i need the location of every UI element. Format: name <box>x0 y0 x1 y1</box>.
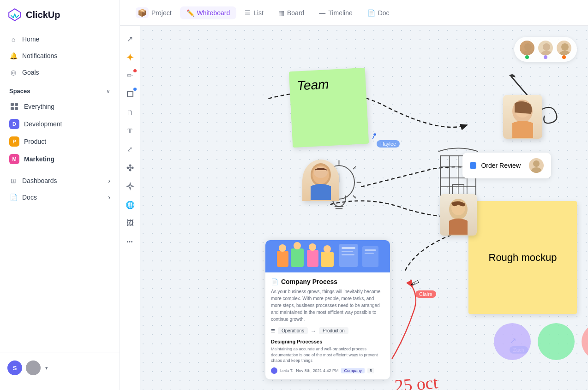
docs-label: Docs <box>22 194 37 201</box>
tool-sticky[interactable]: 🗒 <box>123 105 138 120</box>
doc-card[interactable]: 📄 Company Process As your business grows… <box>265 240 390 379</box>
whiteboard-tab-label: Whiteboard <box>197 9 230 17</box>
svg-rect-56 <box>342 251 353 252</box>
spaces-nav: Everything D Development P Product M Mar… <box>0 98 120 167</box>
product-badge: P <box>9 136 19 147</box>
doc-tab-label: Doc <box>378 9 390 17</box>
tool-text[interactable]: T <box>123 124 138 138</box>
tool-globe[interactable]: 🌐 <box>123 197 138 212</box>
doc-author: Leila T. <box>280 368 293 373</box>
order-review-card[interactable]: Order Review <box>462 153 551 178</box>
docs-icon: 📄 <box>9 193 18 201</box>
photo-claire <box>440 194 477 236</box>
order-dot <box>470 162 476 169</box>
cursor-claire: Claire <box>415 290 436 298</box>
avatar-3 <box>556 40 572 59</box>
dashboards-icon: ⊞ <box>9 177 18 185</box>
doc-card-title: 📄 Company Process <box>271 278 384 285</box>
svg-point-47 <box>279 244 286 252</box>
tab-project[interactable]: 📦 Project <box>129 5 178 21</box>
svg-rect-55 <box>342 247 355 249</box>
author-dot <box>271 367 277 374</box>
sidebar-item-docs[interactable]: 📄 Docs › <box>4 189 116 205</box>
goals-icon: ◎ <box>9 68 18 77</box>
doc-card-body: 📄 Company Process As your business grows… <box>265 272 390 379</box>
clickup-logo-icon <box>7 7 22 22</box>
svg-rect-48 <box>291 248 304 267</box>
sidebar-item-marketing[interactable]: M Marketing <box>4 151 116 167</box>
sidebar-label-notifications: Notifications <box>22 52 57 59</box>
tab-board[interactable]: ▦ Board <box>272 6 311 19</box>
tool-shape[interactable] <box>123 87 138 101</box>
doc-card-section: Designing Processes <box>271 339 384 344</box>
svg-point-53 <box>324 245 331 253</box>
tab-whiteboard[interactable]: ✏️ Whiteboard <box>180 6 237 19</box>
sticky-team-text: Team <box>297 77 330 93</box>
avatar-1 <box>519 40 535 59</box>
whiteboard-canvas[interactable]: ↗ ✏ 🗒 T ⤢ <box>120 26 588 390</box>
sidebar-item-dashboards[interactable]: ⊞ Dashboards › <box>4 173 116 189</box>
svg-rect-4 <box>15 107 18 110</box>
sidebar-user: S ▾ <box>0 353 120 383</box>
doc-icon: 📄 <box>367 9 375 17</box>
doc-card-header <box>265 240 390 272</box>
order-card-text: Order Review <box>481 162 521 169</box>
sidebar-item-everything[interactable]: Everything <box>4 98 116 115</box>
avatar-dot-1 <box>525 55 529 59</box>
svg-rect-2 <box>15 103 18 106</box>
sticky-rough-text: Rough mockup <box>489 252 557 264</box>
product-label: Product <box>24 138 46 145</box>
tool-connect[interactable] <box>123 160 138 175</box>
tool-pen[interactable]: ✏ <box>123 68 138 83</box>
tool-magic[interactable] <box>123 50 138 65</box>
svg-rect-57 <box>342 254 354 255</box>
sidebar-item-goals[interactable]: ◎ Goals <box>4 65 116 80</box>
topbar: 📦 Project ✏️ Whiteboard ☰ List ▦ Board —… <box>120 0 588 26</box>
chevron-down-icon[interactable]: ∨ <box>106 88 110 95</box>
timeline-tab-label: Timeline <box>328 9 352 17</box>
svg-point-37 <box>531 167 541 173</box>
tool-select[interactable]: ↗ <box>123 31 138 46</box>
development-badge: D <box>9 119 19 129</box>
main-area: 📦 Project ✏️ Whiteboard ☰ List ▦ Board —… <box>120 0 588 390</box>
everything-icon <box>9 101 19 112</box>
board-tab-label: Board <box>287 9 304 17</box>
sidebar-item-notifications[interactable]: 🔔 Notifications <box>4 48 116 64</box>
doc-badge: Company <box>341 368 365 373</box>
project-tab-label: Project <box>151 9 172 17</box>
svg-rect-3 <box>11 107 14 110</box>
marketing-label: Marketing <box>24 155 54 163</box>
tab-timeline[interactable]: — Timeline <box>312 6 359 19</box>
avatar-2 <box>537 40 554 59</box>
sticky-rough-mockup[interactable]: Rough mockup <box>468 201 577 314</box>
tool-more[interactable]: ••• <box>123 234 138 249</box>
circle-purple <box>494 323 531 360</box>
svg-point-51 <box>309 243 316 251</box>
user-avatar-2 <box>26 360 41 375</box>
sidebar-extra-nav: ⊞ Dashboards › 📄 Docs › <box>0 173 120 205</box>
tab-doc[interactable]: 📄 Doc <box>361 6 396 19</box>
tool-sparkle[interactable] <box>123 179 138 194</box>
tool-arrow[interactable]: ⤢ <box>123 142 138 157</box>
flow-from: Operations <box>278 327 308 334</box>
bell-icon: 🔔 <box>9 52 18 60</box>
avatars-row <box>514 37 577 62</box>
user-avatar: S <box>7 360 22 375</box>
sidebar-item-home[interactable]: ⌂ Home <box>4 31 116 47</box>
sidebar-item-product[interactable]: P Product <box>4 133 116 150</box>
svg-point-6 <box>131 167 133 169</box>
photo-man <box>302 160 339 201</box>
sticky-team[interactable]: Team <box>289 68 369 148</box>
avatar-dot-3 <box>562 55 566 59</box>
tab-list[interactable]: ☰ List <box>238 6 270 19</box>
svg-point-34 <box>561 43 569 51</box>
logo: ClickUp <box>0 7 120 31</box>
whiteboard-icon: ✏️ <box>186 9 194 17</box>
doc-card-desc: As your business grows, things will inev… <box>271 288 384 323</box>
list-tab-label: List <box>253 9 264 17</box>
svg-rect-1 <box>11 103 14 106</box>
user-dropdown-icon[interactable]: ▾ <box>45 365 48 371</box>
tool-image[interactable]: 🖼 <box>123 216 138 230</box>
sidebar-item-development[interactable]: D Development <box>4 116 116 132</box>
svg-point-5 <box>126 167 129 169</box>
